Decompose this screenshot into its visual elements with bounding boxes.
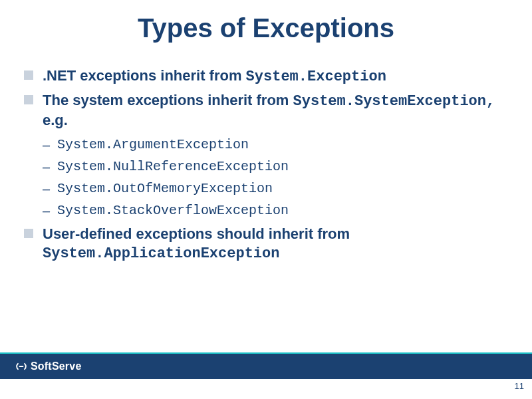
brand-logo: SoftServe	[15, 360, 82, 373]
brand-icon	[15, 360, 28, 373]
sub-bullet-item: System.StackOverflowException	[43, 203, 508, 218]
sub-bullet-item: System.NullReferenceException	[43, 159, 508, 174]
footer-band: SoftServe	[0, 352, 532, 379]
bullet-text: The system exceptions inherit from Syste…	[43, 92, 495, 129]
bullet-item: .NET exceptions inherit from System.Exce…	[24, 66, 508, 87]
sub-bullet-item: System.ArgumentException	[43, 137, 508, 152]
sub-bullet-text: System.NullReferenceException	[57, 159, 289, 174]
bullet-pre: The system exceptions inherit from	[43, 92, 293, 108]
bullet-item: User-defined exceptions should inherit f…	[24, 225, 508, 264]
bullet-text: User-defined exceptions should inherit f…	[43, 225, 350, 261]
sub-bullet-text: System.OutOfMemoryException	[57, 181, 273, 196]
bullet-pre: .NET exceptions inherit from	[43, 67, 246, 84]
bullet-item: The system exceptions inherit from Syste…	[24, 91, 508, 218]
sub-bullet-item: System.OutOfMemoryException	[43, 181, 508, 196]
sub-bullet-text: System.ArgumentException	[57, 137, 249, 152]
bullet-mono: System.ApplicationException	[43, 245, 279, 262]
slide: Types of Exceptions .NET exceptions inhe…	[0, 0, 532, 399]
bullet-text: .NET exceptions inherit from System.Exce…	[43, 67, 386, 84]
page-number: 11	[515, 381, 524, 391]
footer-below	[0, 379, 532, 399]
bullet-pre: User-defined exceptions should inherit f…	[43, 225, 350, 242]
bullet-mono: System.SystemException,	[293, 93, 495, 110]
bullet-mono: System.Exception	[246, 68, 386, 85]
bullet-post: e.g.	[43, 112, 68, 128]
bullet-list: .NET exceptions inherit from System.Exce…	[24, 66, 508, 264]
slide-content: .NET exceptions inherit from System.Exce…	[24, 66, 508, 268]
brand-name: SoftServe	[31, 360, 82, 372]
sub-bullet-text: System.StackOverflowException	[57, 203, 289, 218]
sub-bullet-list: System.ArgumentException System.NullRefe…	[43, 137, 508, 218]
slide-title: Types of Exceptions	[0, 13, 532, 43]
